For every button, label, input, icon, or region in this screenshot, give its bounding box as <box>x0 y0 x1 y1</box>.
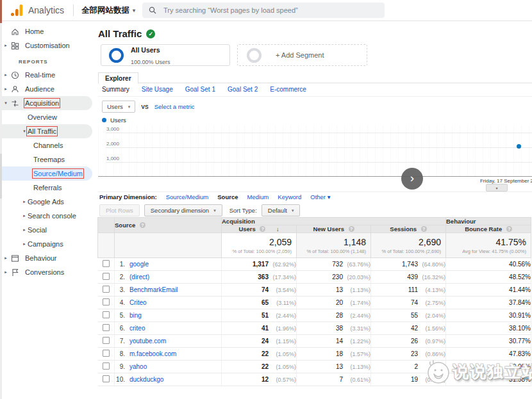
dimension-option-source-medium[interactable]: Source/Medium <box>166 193 209 200</box>
users-percent: (0.57%) <box>269 377 296 383</box>
legend-label: Users <box>110 117 126 124</box>
search-input[interactable] <box>162 6 357 15</box>
sidebar-item-conversions[interactable]: ▸Conversions <box>0 265 92 279</box>
row-checkbox[interactable] <box>103 362 110 370</box>
help-icon[interactable]: ? <box>140 222 145 228</box>
sidebar-item-customisation[interactable]: ▸Customisation <box>0 38 92 53</box>
sidebar-item-home[interactable]: Home <box>0 24 92 38</box>
help-icon[interactable]: ? <box>421 226 427 232</box>
sessions-cell: 23(0.86%) <box>371 348 446 361</box>
row-checkbox[interactable] <box>103 260 110 267</box>
tab-explorer[interactable]: Explorer <box>98 72 138 84</box>
subtab-goal-set-2[interactable]: Goal Set 2 <box>228 86 258 93</box>
segment-detail: 100.00% Users <box>131 59 170 65</box>
chevron-down-icon[interactable]: ▾ <box>21 129 28 134</box>
chevron-right-icon[interactable]: ▸ <box>3 86 9 92</box>
sidebar-item-social[interactable]: ▸Social <box>0 223 92 237</box>
chevron-right-icon[interactable]: ▸ <box>21 227 28 232</box>
row-checkbox[interactable] <box>103 324 110 331</box>
segment-all-users[interactable]: All Users 100.00% Users <box>101 44 230 66</box>
row-checkbox[interactable] <box>103 311 110 318</box>
new-users-value: 230 <box>332 273 343 281</box>
source-link[interactable]: youtube.com <box>129 338 166 345</box>
chevron-right-icon[interactable]: ▸ <box>3 256 9 261</box>
source-link[interactable]: BenchmarkEmail <box>129 286 178 293</box>
chevron-down-icon[interactable]: ▾ <box>3 101 9 106</box>
sessions-percent: (0.71%) <box>418 377 445 383</box>
row-checkbox[interactable] <box>103 286 110 293</box>
source-link[interactable]: criteo <box>129 325 145 332</box>
sort-type-value: Default <box>268 207 287 214</box>
chart-hover-handle[interactable]: ▾ <box>486 184 508 191</box>
chevron-right-icon[interactable]: ▸ <box>21 241 28 247</box>
sidebar-item-google-ads[interactable]: ▸Google Ads <box>0 195 92 209</box>
add-segment-button[interactable]: + Add Segment <box>237 44 367 66</box>
chevron-right-icon[interactable]: ▸ <box>21 213 28 218</box>
help-icon[interactable]: ? <box>506 226 512 232</box>
sidebar-item-behaviour[interactable]: ▸Behaviour <box>0 251 92 265</box>
sidebar-item-treemaps[interactable]: Treemaps <box>0 152 92 167</box>
new-users-percent: (1.13%) <box>343 364 370 370</box>
subtab-goal-set-1[interactable]: Goal Set 1 <box>185 86 215 93</box>
row-checkbox[interactable] <box>103 375 110 382</box>
subtab-bar: SummarySite UsageGoal Set 1Goal Set 2E-c… <box>102 86 306 93</box>
behaviour-icon <box>11 254 19 263</box>
source-link[interactable]: Criteo <box>129 299 147 306</box>
chevron-right-icon[interactable]: ▸ <box>3 72 9 77</box>
sidebar-item-all-traffic[interactable]: ▾All Traffic <box>0 124 92 138</box>
sidebar-item-acquisition[interactable]: ▾Acquisition <box>0 96 92 110</box>
source-link[interactable]: google <box>129 261 149 268</box>
source-link[interactable]: yahoo <box>129 363 147 370</box>
search-bar[interactable] <box>142 3 385 18</box>
sort-type-dropdown[interactable]: Default ▾ <box>262 204 301 216</box>
row-checkbox[interactable] <box>103 273 110 280</box>
help-icon[interactable]: ? <box>349 226 354 232</box>
secondary-dimension-dropdown[interactable]: Secondary dimension ▾ <box>144 204 222 216</box>
chevron-right-icon[interactable]: ▸ <box>21 199 28 204</box>
dimension-option-medium[interactable]: Medium <box>247 193 269 200</box>
sessions-percent: (0.97%) <box>418 338 445 345</box>
help-icon[interactable]: ? <box>260 226 265 232</box>
report-content: All Traffic ✓ All Users 100.00% Users + … <box>96 21 532 399</box>
property-selector[interactable]: 全部网站数据 ▾ <box>81 5 135 16</box>
row-checkbox[interactable] <box>103 298 110 305</box>
sidebar-item-channels[interactable]: Channels <box>0 138 92 152</box>
metric-dropdown[interactable]: Users ▾ <box>102 101 135 113</box>
users-chart: 3,0002,0001,000 Friday, 17 September 2 ▾ <box>98 125 532 191</box>
sidebar-item-real-time[interactable]: ▸Real-time <box>0 68 92 82</box>
sidebar-item-label: Home <box>25 28 44 35</box>
subtab-summary[interactable]: Summary <box>102 86 129 93</box>
dimension-option-keyword[interactable]: Keyword <box>278 193 301 200</box>
source-header-label: Source <box>115 222 135 229</box>
new-users-column-header[interactable]: New Users ? <box>297 225 371 233</box>
dimension-option-source[interactable]: Source <box>217 193 238 200</box>
bounce-rate-column-header[interactable]: Bounce Rate ? <box>446 225 531 233</box>
row-checkbox[interactable] <box>103 337 110 344</box>
totals-sessions-sub: % of Total: 100.00% (2,690) <box>376 248 441 254</box>
subtab-e-commerce[interactable]: E-commerce <box>270 86 306 93</box>
row-rank: 9. <box>115 363 125 370</box>
chevron-right-icon[interactable]: ▸ <box>3 43 9 48</box>
totals-source-cell <box>115 233 222 258</box>
sessions-column-header[interactable]: Sessions ? <box>371 225 446 233</box>
source-link[interactable]: m.facebook.com <box>129 350 176 357</box>
sidebar-item-referrals[interactable]: Referrals <box>0 181 92 195</box>
plot-rows-button[interactable]: Plot Rows <box>99 204 140 216</box>
sidebar-item-audience[interactable]: ▸Audience <box>0 82 92 96</box>
chevron-right-icon[interactable]: ▸ <box>3 270 9 275</box>
sidebar-item-overview[interactable]: Overview <box>0 110 92 124</box>
sidebar-item-campaigns[interactable]: ▸Campaigns <box>0 237 92 251</box>
dimension-option-other[interactable]: Other ▾ <box>310 193 330 200</box>
sidebar-item-source-medium[interactable]: Source/Medium <box>0 167 92 181</box>
users-cell: 51(2.44%) <box>222 309 297 322</box>
source-link[interactable]: duckduckgo <box>129 376 163 383</box>
sidebar-item-search-console[interactable]: ▸Search console <box>0 209 92 223</box>
source-link[interactable]: (direct) <box>129 273 149 281</box>
bounce-rate-cell: 41.44% <box>446 284 531 297</box>
subtab-site-usage[interactable]: Site Usage <box>142 86 173 93</box>
row-checkbox[interactable] <box>103 350 110 357</box>
users-column-header[interactable]: Users ? ↓ <box>222 225 297 233</box>
select-metric-link[interactable]: Select a metric <box>154 103 195 110</box>
next-panel-button[interactable]: › <box>401 168 423 190</box>
source-link[interactable]: bing <box>129 312 142 319</box>
